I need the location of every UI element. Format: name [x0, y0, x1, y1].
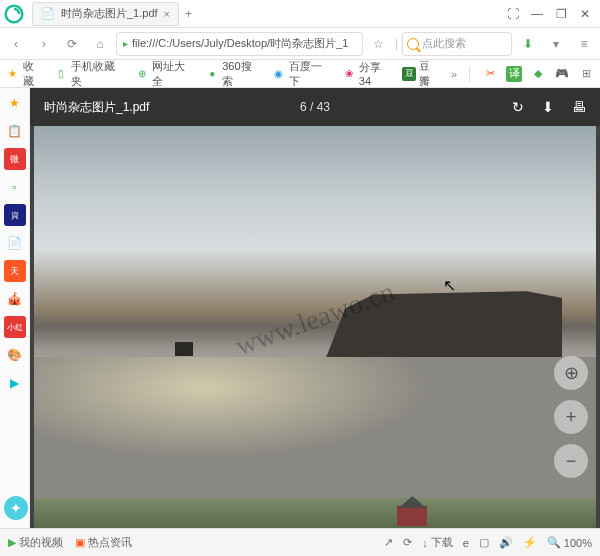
sb-refresh-icon[interactable]: ⟳ — [403, 536, 412, 549]
nav-bar: ‹ › ⟳ ⌂ ▸ file:///C:/Users/July/Desktop/… — [0, 28, 600, 60]
pdf-page-indicator[interactable]: 6 / 43 — [300, 100, 330, 114]
search-placeholder: 点此搜索 — [422, 36, 466, 51]
share-icon: ❀ — [342, 67, 356, 81]
sb-arrow-icon[interactable]: ↗ — [384, 536, 393, 549]
star-icon: ★ — [6, 67, 20, 81]
bookmark-star-icon[interactable]: ☆ — [367, 32, 391, 56]
zoom-controls: ⊕ + − — [554, 356, 588, 478]
expand-icon[interactable]: ⛶ — [502, 3, 524, 25]
fire-icon: ▣ — [75, 536, 85, 549]
image-ship — [175, 342, 193, 356]
zoom-out-button[interactable]: − — [554, 444, 588, 478]
separator — [469, 66, 470, 82]
reload-button[interactable]: ⟳ — [60, 32, 84, 56]
phone-icon: ▯ — [54, 67, 68, 81]
bookmarks-bar: ★收藏 ▯手机收藏夹 ⊕网址大全 ●360搜索 ◉百度一下 ❀分享34 豆豆瓣 … — [0, 60, 600, 88]
sb-window-icon[interactable]: ▢ — [479, 536, 489, 549]
image-ice — [34, 357, 596, 511]
download-icon[interactable]: ⬇ — [542, 99, 554, 115]
scissors-icon[interactable]: ✂ — [482, 66, 498, 82]
file-icon: 📄 — [41, 7, 55, 20]
fit-button[interactable]: ⊕ — [554, 356, 588, 390]
title-bar: 📄 时尚杂志图片_1.pdf × + ⛶ — ❐ ✕ — [0, 0, 600, 28]
search-box[interactable]: 点此搜索 — [402, 32, 512, 56]
bm-baidu[interactable]: ◉百度一下 — [272, 59, 332, 89]
zoom-in-button[interactable]: + — [554, 400, 588, 434]
pdf-viewer: 时尚杂志图片_1.pdf 6 / 43 ↻ ⬇ 🖶 ↖ www.leawo.cn… — [30, 88, 600, 528]
360-icon: ● — [205, 67, 219, 81]
minimize-icon[interactable]: — — [526, 3, 548, 25]
sb-app-6[interactable]: 🎨 — [4, 344, 26, 366]
sb-app-5[interactable]: 小红 — [4, 316, 26, 338]
divider: | — [395, 37, 398, 51]
sb-speaker-icon[interactable]: 🔊 — [499, 536, 513, 549]
bm-favorites[interactable]: ★收藏 — [6, 59, 44, 89]
new-tab-button[interactable]: + — [185, 7, 192, 21]
home-button[interactable]: ⌂ — [88, 32, 112, 56]
dropdown-icon[interactable]: ▾ — [544, 32, 568, 56]
sb-doc-icon[interactable]: 📄 — [4, 232, 26, 254]
bm-sites[interactable]: ⊕网址大全 — [135, 59, 195, 89]
douban-icon: 豆 — [402, 67, 416, 81]
print-icon[interactable]: 🖶 — [572, 99, 586, 115]
sb-news[interactable]: ▣热点资讯 — [75, 535, 132, 550]
globe-icon: ⊕ — [135, 67, 149, 81]
back-button[interactable]: ‹ — [4, 32, 28, 56]
restore-icon[interactable]: ❐ — [550, 3, 572, 25]
shield-icon[interactable]: ◆ — [530, 66, 546, 82]
image-house — [397, 506, 427, 526]
cursor-icon: ↖ — [443, 276, 456, 295]
apps-icon[interactable]: ⊞ — [578, 66, 594, 82]
sb-app-1[interactable]: 📋 — [4, 120, 26, 142]
content-area: ★ 📋 微 ▫ 資 📄 天 🎪 小红 🎨 ▶ 时尚杂志图片_1.pdf 6 / … — [0, 88, 600, 528]
search-icon — [407, 38, 419, 50]
address-bar[interactable]: ▸ file:///C:/Users/July/Desktop/时尚杂志图片_1 — [116, 32, 363, 56]
bm-360[interactable]: ●360搜索 — [205, 59, 262, 89]
browser-logo — [0, 0, 28, 28]
sb-zoom[interactable]: 🔍100% — [547, 536, 592, 549]
game-icon[interactable]: 🎮 — [554, 66, 570, 82]
sb-speed-icon[interactable]: ⚡ — [523, 536, 537, 549]
image-mountain — [326, 288, 562, 357]
sb-app-3[interactable]: 天 — [4, 260, 26, 282]
pdf-filename: 时尚杂志图片_1.pdf — [44, 99, 149, 116]
sb-download[interactable]: ↓下载 — [422, 535, 453, 550]
sb-video[interactable]: ▶我的视频 — [8, 535, 63, 550]
bm-share[interactable]: ❀分享34 — [342, 60, 392, 87]
close-tab-icon[interactable]: × — [164, 8, 170, 20]
sidebar: ★ 📋 微 ▫ 資 📄 天 🎪 小红 🎨 ▶ — [0, 88, 30, 528]
zoom-icon: 🔍 — [547, 536, 561, 549]
browser-tab[interactable]: 📄 时尚杂志图片_1.pdf × — [32, 2, 179, 26]
sb-weibo-icon[interactable]: 微 — [4, 148, 26, 170]
sb-app-2[interactable]: 資 — [4, 204, 26, 226]
translate-icon[interactable]: 译 — [506, 66, 522, 82]
download-small-icon: ↓ — [422, 537, 428, 549]
close-window-icon[interactable]: ✕ — [574, 3, 596, 25]
url-text: file:///C:/Users/July/Desktop/时尚杂志图片_1 — [132, 36, 348, 51]
sb-green-icon[interactable]: ▫ — [4, 176, 26, 198]
forward-button[interactable]: › — [32, 32, 56, 56]
baidu-icon: ◉ — [272, 67, 286, 81]
extension-icon[interactable]: ⬇ — [516, 32, 540, 56]
sb-app-4[interactable]: 🎪 — [4, 288, 26, 310]
tab-title: 时尚杂志图片_1.pdf — [61, 6, 158, 21]
bm-douban[interactable]: 豆豆瓣 — [402, 59, 440, 89]
secure-icon: ▸ — [123, 38, 128, 49]
status-bar: ▶我的视频 ▣热点资讯 ↗ ⟳ ↓下载 e ▢ 🔊 ⚡ 🔍100% — [0, 528, 600, 556]
pdf-page-image: ↖ www.leawo.cn — [34, 126, 596, 511]
assistant-button[interactable]: ✦ — [4, 496, 28, 520]
bm-mobile[interactable]: ▯手机收藏夹 — [54, 59, 125, 89]
sb-e-icon[interactable]: e — [463, 537, 469, 549]
play-icon: ▶ — [8, 536, 16, 549]
sb-star-icon[interactable]: ★ — [4, 92, 26, 114]
rotate-icon[interactable]: ↻ — [512, 99, 524, 115]
sb-app-7[interactable]: ▶ — [4, 372, 26, 394]
more-bookmarks-icon[interactable]: » — [451, 68, 457, 80]
pdf-toolbar: 时尚杂志图片_1.pdf 6 / 43 ↻ ⬇ 🖶 — [30, 88, 600, 126]
menu-icon[interactable]: ≡ — [572, 32, 596, 56]
pdf-next-page-peek — [34, 498, 596, 528]
